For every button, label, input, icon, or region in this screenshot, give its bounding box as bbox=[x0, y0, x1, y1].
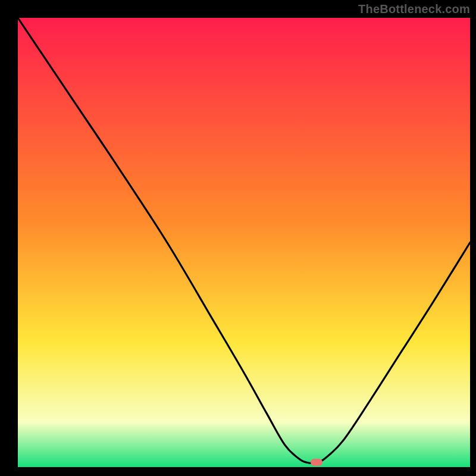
watermark-text: TheBottleneck.com bbox=[358, 2, 470, 16]
optimal-point-marker bbox=[311, 459, 322, 466]
plot-area bbox=[18, 18, 470, 467]
chart-stage: TheBottleneck.com bbox=[0, 0, 476, 476]
chart-svg bbox=[18, 18, 470, 467]
gradient-background bbox=[18, 18, 470, 467]
